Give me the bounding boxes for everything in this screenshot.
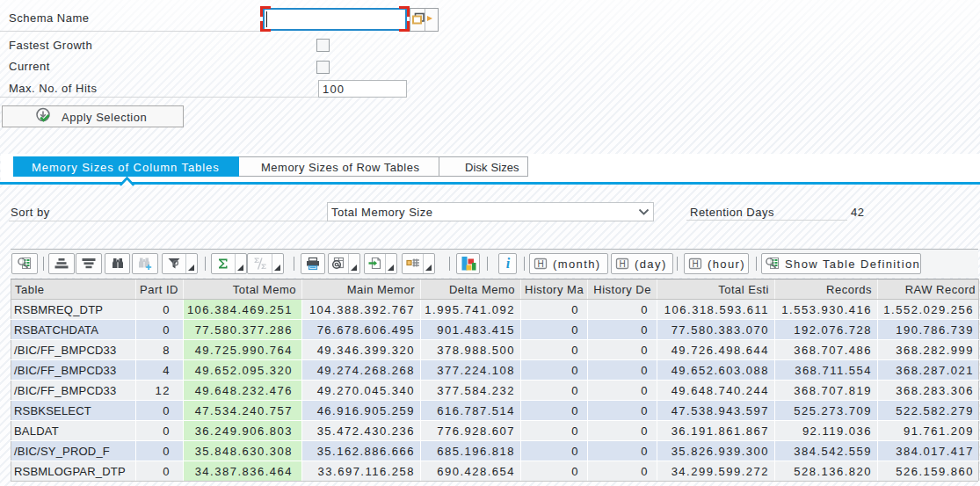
svg-text:H: H [537,259,543,269]
svg-text:H: H [619,259,625,269]
svg-text:H: H [692,259,698,269]
svg-text:i: i [505,256,510,271]
